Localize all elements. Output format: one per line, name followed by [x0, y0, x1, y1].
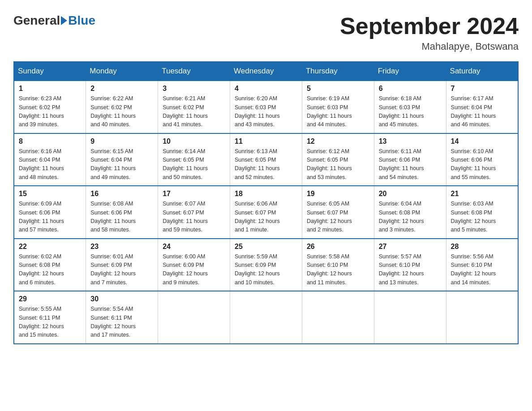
calendar-day-cell: 26Sunrise: 5:58 AMSunset: 6:10 PMDayligh… [302, 239, 374, 291]
day-number: 25 [235, 243, 297, 251]
logo-blue-text: Blue [68, 13, 95, 28]
day-number: 6 [379, 85, 442, 93]
day-number: 18 [235, 190, 297, 198]
calendar-day-header: Friday [374, 62, 446, 81]
day-info: Sunrise: 6:22 AMSunset: 6:02 PMDaylight:… [90, 94, 153, 129]
month-title: September 2024 [340, 13, 519, 39]
day-info: Sunrise: 5:56 AMSunset: 6:10 PMDaylight:… [451, 253, 513, 287]
calendar-day-cell: 28Sunrise: 5:56 AMSunset: 6:10 PMDayligh… [446, 239, 518, 291]
day-number: 23 [90, 243, 153, 251]
day-info: Sunrise: 6:04 AMSunset: 6:08 PMDaylight:… [379, 200, 442, 235]
calendar-day-cell: 16Sunrise: 6:08 AMSunset: 6:06 PMDayligh… [86, 186, 158, 239]
day-info: Sunrise: 6:05 AMSunset: 6:07 PMDaylight:… [307, 200, 369, 235]
day-info: Sunrise: 6:11 AMSunset: 6:06 PMDaylight:… [379, 147, 442, 182]
day-info: Sunrise: 6:19 AMSunset: 6:03 PMDaylight:… [307, 94, 369, 129]
calendar-table: SundayMondayTuesdayWednesdayThursdayFrid… [13, 61, 519, 344]
calendar-day-cell: 3Sunrise: 6:21 AMSunset: 6:02 PMDaylight… [158, 81, 230, 133]
calendar-day-cell: 14Sunrise: 6:10 AMSunset: 6:06 PMDayligh… [446, 133, 518, 186]
calendar-week-row: 1Sunrise: 6:23 AMSunset: 6:02 PMDaylight… [14, 81, 518, 133]
calendar-day-cell [230, 291, 302, 344]
day-number: 11 [235, 137, 297, 146]
day-number: 9 [90, 137, 153, 146]
calendar-day-cell: 5Sunrise: 6:19 AMSunset: 6:03 PMDaylight… [302, 81, 374, 133]
day-info: Sunrise: 6:14 AMSunset: 6:05 PMDaylight:… [163, 147, 225, 182]
calendar-header-row: SundayMondayTuesdayWednesdayThursdayFrid… [14, 62, 518, 81]
calendar-week-row: 22Sunrise: 6:02 AMSunset: 6:08 PMDayligh… [14, 239, 518, 291]
day-number: 1 [19, 85, 81, 93]
day-number: 3 [163, 85, 225, 93]
logo-general-text: General [13, 13, 60, 28]
calendar-day-cell [374, 291, 446, 344]
day-info: Sunrise: 6:03 AMSunset: 6:08 PMDaylight:… [451, 200, 513, 235]
calendar-day-cell: 2Sunrise: 6:22 AMSunset: 6:02 PMDaylight… [86, 81, 158, 133]
day-info: Sunrise: 5:58 AMSunset: 6:10 PMDaylight:… [307, 253, 369, 287]
location-text: Mahalapye, Botswana [340, 41, 519, 52]
day-number: 10 [163, 137, 225, 146]
logo: General Blue [13, 13, 95, 28]
day-number: 21 [451, 190, 513, 198]
calendar-week-row: 15Sunrise: 6:09 AMSunset: 6:06 PMDayligh… [14, 186, 518, 239]
calendar-day-cell [158, 291, 230, 344]
day-number: 8 [19, 137, 81, 146]
day-info: Sunrise: 6:06 AMSunset: 6:07 PMDaylight:… [235, 200, 297, 235]
calendar-day-header: Wednesday [230, 62, 302, 81]
calendar-day-cell: 11Sunrise: 6:13 AMSunset: 6:05 PMDayligh… [230, 133, 302, 186]
calendar-day-header: Thursday [302, 62, 374, 81]
day-info: Sunrise: 5:55 AMSunset: 6:11 PMDaylight:… [19, 305, 81, 340]
day-info: Sunrise: 6:08 AMSunset: 6:06 PMDaylight:… [90, 200, 153, 235]
day-number: 19 [307, 190, 369, 198]
calendar-day-cell: 29Sunrise: 5:55 AMSunset: 6:11 PMDayligh… [14, 291, 86, 344]
calendar-day-cell: 24Sunrise: 6:00 AMSunset: 6:09 PMDayligh… [158, 239, 230, 291]
day-number: 2 [90, 85, 153, 93]
calendar-day-header: Monday [86, 62, 158, 81]
calendar-day-cell: 27Sunrise: 5:57 AMSunset: 6:10 PMDayligh… [374, 239, 446, 291]
day-info: Sunrise: 6:00 AMSunset: 6:09 PMDaylight:… [163, 253, 225, 287]
day-info: Sunrise: 6:16 AMSunset: 6:04 PMDaylight:… [19, 147, 81, 182]
calendar-day-cell: 9Sunrise: 6:15 AMSunset: 6:04 PMDaylight… [86, 133, 158, 186]
calendar-week-row: 8Sunrise: 6:16 AMSunset: 6:04 PMDaylight… [14, 133, 518, 186]
title-section: September 2024 Mahalapye, Botswana [340, 13, 519, 52]
day-number: 29 [19, 295, 81, 303]
calendar-day-cell [302, 291, 374, 344]
day-info: Sunrise: 5:59 AMSunset: 6:09 PMDaylight:… [235, 253, 297, 287]
day-number: 17 [163, 190, 225, 198]
day-number: 12 [307, 137, 369, 146]
calendar-day-cell: 21Sunrise: 6:03 AMSunset: 6:08 PMDayligh… [446, 186, 518, 239]
calendar-day-cell: 19Sunrise: 6:05 AMSunset: 6:07 PMDayligh… [302, 186, 374, 239]
day-info: Sunrise: 6:07 AMSunset: 6:07 PMDaylight:… [163, 200, 225, 235]
calendar-day-header: Tuesday [158, 62, 230, 81]
calendar-day-cell: 25Sunrise: 5:59 AMSunset: 6:09 PMDayligh… [230, 239, 302, 291]
calendar-day-cell: 1Sunrise: 6:23 AMSunset: 6:02 PMDaylight… [14, 81, 86, 133]
day-number: 27 [379, 243, 442, 251]
calendar-day-cell: 15Sunrise: 6:09 AMSunset: 6:06 PMDayligh… [14, 186, 86, 239]
day-info: Sunrise: 6:01 AMSunset: 6:09 PMDaylight:… [90, 253, 153, 287]
day-info: Sunrise: 6:13 AMSunset: 6:05 PMDaylight:… [235, 147, 297, 182]
calendar-day-cell: 22Sunrise: 6:02 AMSunset: 6:08 PMDayligh… [14, 239, 86, 291]
day-number: 14 [451, 137, 513, 146]
calendar-day-header: Sunday [14, 62, 86, 81]
day-number: 13 [379, 137, 442, 146]
calendar-week-row: 29Sunrise: 5:55 AMSunset: 6:11 PMDayligh… [14, 291, 518, 344]
day-info: Sunrise: 5:54 AMSunset: 6:11 PMDaylight:… [90, 305, 153, 340]
day-number: 24 [163, 243, 225, 251]
day-info: Sunrise: 6:02 AMSunset: 6:08 PMDaylight:… [19, 253, 81, 287]
day-info: Sunrise: 6:12 AMSunset: 6:05 PMDaylight:… [307, 147, 369, 182]
logo-arrow-icon [61, 16, 67, 25]
day-number: 28 [451, 243, 513, 251]
day-info: Sunrise: 5:57 AMSunset: 6:10 PMDaylight:… [379, 253, 442, 287]
calendar-day-cell: 30Sunrise: 5:54 AMSunset: 6:11 PMDayligh… [86, 291, 158, 344]
day-info: Sunrise: 6:21 AMSunset: 6:02 PMDaylight:… [163, 94, 225, 129]
day-number: 4 [235, 85, 297, 93]
day-number: 30 [90, 295, 153, 303]
calendar-day-cell: 6Sunrise: 6:18 AMSunset: 6:03 PMDaylight… [374, 81, 446, 133]
day-info: Sunrise: 6:23 AMSunset: 6:02 PMDaylight:… [19, 94, 81, 129]
calendar-day-cell: 8Sunrise: 6:16 AMSunset: 6:04 PMDaylight… [14, 133, 86, 186]
day-info: Sunrise: 6:09 AMSunset: 6:06 PMDaylight:… [19, 200, 81, 235]
day-info: Sunrise: 6:20 AMSunset: 6:03 PMDaylight:… [235, 94, 297, 129]
day-info: Sunrise: 6:17 AMSunset: 6:04 PMDaylight:… [451, 94, 513, 129]
day-number: 16 [90, 190, 153, 198]
day-number: 22 [19, 243, 81, 251]
calendar-day-cell: 18Sunrise: 6:06 AMSunset: 6:07 PMDayligh… [230, 186, 302, 239]
calendar-day-header: Saturday [446, 62, 518, 81]
calendar-day-cell: 13Sunrise: 6:11 AMSunset: 6:06 PMDayligh… [374, 133, 446, 186]
